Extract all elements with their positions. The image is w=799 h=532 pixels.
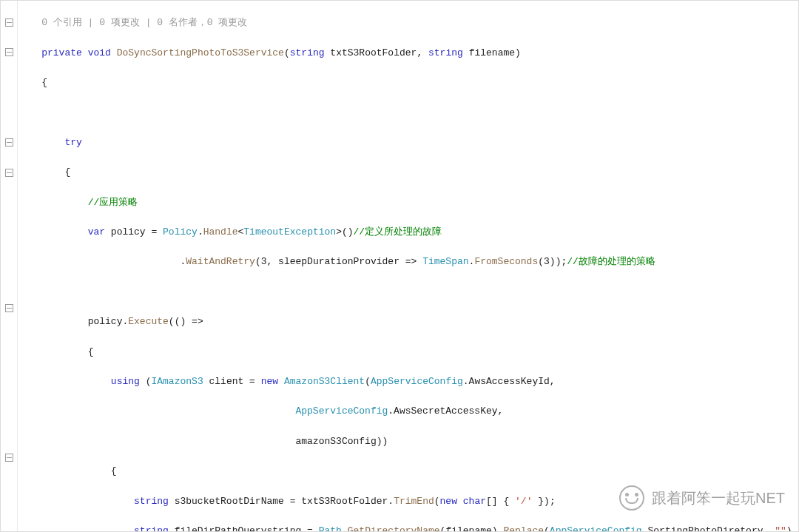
code-line: policy.Execute(() => (18, 314, 798, 329)
code-line: var policy = Policy.Handle<TimeoutExcept… (18, 225, 798, 240)
code-line: AppServiceConfig.AwsSecretAccessKey, (18, 404, 798, 419)
code-line: //应用策略 (18, 195, 798, 210)
fold-icon[interactable] (5, 138, 13, 147)
code-content[interactable]: 0 个引用 | 0 项更改 | 0 名作者，0 项更改 private void… (18, 1, 798, 531)
code-line (18, 285, 798, 300)
fold-icon[interactable] (5, 304, 13, 312)
fold-icon[interactable] (5, 18, 13, 27)
code-line: { (18, 345, 798, 360)
fold-icon[interactable] (5, 454, 13, 462)
code-line: .WaitAndRetry(3, sleepDurationProvider =… (18, 255, 798, 269)
code-line: { (18, 464, 798, 479)
code-editor[interactable]: 0 个引用 | 0 项更改 | 0 名作者，0 项更改 private void… (0, 0, 799, 532)
code-line: string fileDirPathQuerystring = Path.Get… (18, 524, 798, 531)
code-line: private void DoSyncSortingPhotoToS3Servi… (18, 46, 798, 61)
code-line: using (IAmazonS3 client = new AmazonS3Cl… (18, 374, 798, 389)
code-line: amazonS3Config)) (18, 434, 798, 449)
code-line: { (18, 75, 798, 90)
gutter (1, 1, 18, 531)
codelens-text: 0 个引用 | 0 项更改 | 0 名作者，0 项更改 (41, 17, 247, 28)
fold-icon[interactable] (5, 169, 13, 177)
code-line: try (18, 135, 798, 150)
code-line (18, 105, 798, 120)
fold-icon[interactable] (5, 48, 13, 56)
code-line: { (18, 165, 798, 180)
codelens-line: 0 个引用 | 0 项更改 | 0 名作者，0 项更改 (18, 16, 798, 30)
code-line: string s3bucketRootDirName = txtS3RootFo… (18, 494, 798, 509)
